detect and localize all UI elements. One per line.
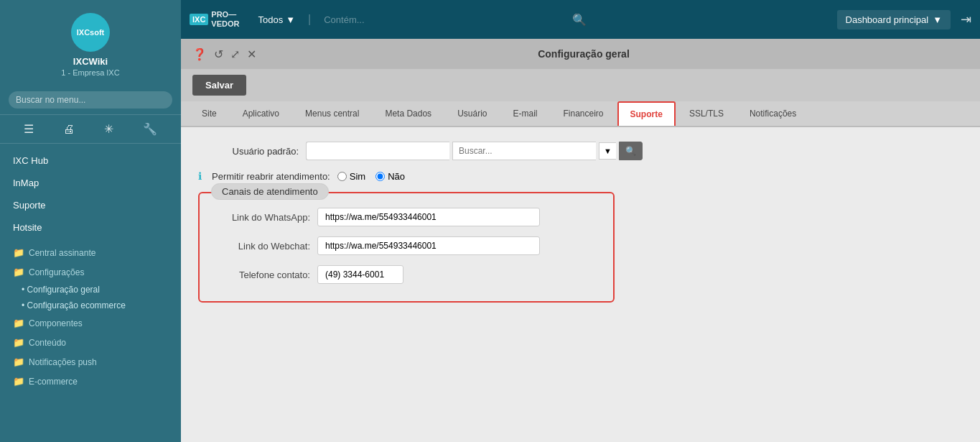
tab-suporte[interactable]: Suporte (617, 101, 676, 127)
sim-text: Sim (350, 171, 365, 182)
radio-group: Sim Não (337, 171, 405, 182)
radio-nao[interactable] (375, 172, 385, 181)
whatsapp-input[interactable] (317, 208, 540, 226)
tab-ssl-tls[interactable]: SSL/TLS (677, 101, 736, 127)
sidebar-section-configuracoes-label: Configurações (29, 267, 84, 277)
sidebar-item-suporte[interactable]: Suporte (0, 194, 181, 216)
whatsapp-row: Link do WhatsApp: (217, 208, 596, 226)
toolbar: Salvar (181, 69, 980, 101)
sidebar-menu-icon[interactable]: ☰ (18, 119, 39, 139)
logo-text: IXCsoft (77, 28, 105, 37)
sidebar-subitem-configuracao-ecommerce[interactable]: Configuração ecommerce (0, 298, 181, 313)
sidebar-section-notificacoes[interactable]: 📁 Notificações push (0, 352, 181, 372)
chevron-down-icon-2: ▼ (933, 14, 942, 25)
sidebar-section-central-label: Central assinante (29, 248, 95, 258)
radio-sim-label[interactable]: Sim (337, 171, 365, 182)
subheader-title: Configuração geral (256, 48, 911, 60)
sidebar-settings-icon[interactable]: 🔧 (137, 119, 163, 139)
chevron-down-icon: ▼ (286, 14, 295, 25)
combo-arrow-icon[interactable]: ▼ (599, 142, 616, 160)
sidebar: IXCsoft IXCWiki 1 - Empresa IXC ☰ 🖨 ✳ 🔧 … (0, 0, 181, 442)
sidebar-item-ixchub[interactable]: IXC Hub (0, 149, 181, 172)
main-area: IXC PRO—VEDOR Todos ▼ | 🔍 Dashboard prin… (181, 0, 980, 442)
tab-financeiro[interactable]: Financeiro (551, 101, 616, 127)
tab-email[interactable]: E-mail (500, 101, 549, 127)
usuario-padrao-row: Usuário padrão: ▼ 🔍 (198, 142, 963, 160)
canais-title: Canais de atendimento (211, 183, 329, 200)
sidebar-search-input[interactable] (9, 91, 172, 109)
permitir-reabrir-row: ℹ Permitir reabrir atendimento: Sim Não (198, 170, 963, 182)
radio-sim[interactable] (337, 172, 347, 181)
sidebar-subitem-configuracao-geral[interactable]: Configuração geral (0, 282, 181, 298)
topbar-dashboard-label: Dashboard principal (846, 14, 929, 25)
tab-usuario[interactable]: Usuário (445, 101, 499, 127)
expand-icon[interactable]: ⤢ (230, 47, 240, 61)
sidebar-section-central[interactable]: 📁 Central assinante (0, 243, 181, 262)
history-icon[interactable]: ↺ (214, 47, 223, 61)
canais-box: Canais de atendimento Link do WhatsApp: … (198, 192, 615, 303)
tab-meta-dados[interactable]: Meta Dados (373, 101, 444, 127)
sidebar-section-componentes[interactable]: 📁 Componentes (0, 313, 181, 333)
topbar: IXC PRO—VEDOR Todos ▼ | 🔍 Dashboard prin… (181, 0, 980, 39)
sidebar-section-conteudo[interactable]: 📁 Conteúdo (0, 333, 181, 352)
tab-notificacoes[interactable]: Notificações (737, 101, 808, 127)
nao-text: Não (388, 171, 405, 182)
telefone-input[interactable] (317, 265, 403, 284)
telefone-label: Telefone contato: (217, 270, 310, 280)
tab-aplicativo[interactable]: Aplicativo (230, 101, 291, 127)
folder-icon-3: 📁 (13, 318, 24, 328)
topbar-divider: | (308, 13, 311, 26)
sidebar-section-conteudo-label: Conteúdo (29, 338, 66, 348)
content-area: ❓ ↺ ⤢ ✕ Configuração geral Salvar Site A… (181, 39, 980, 442)
usuario-padrao-input[interactable] (306, 142, 449, 160)
telefone-row: Telefone contato: (217, 265, 596, 284)
help-icon[interactable]: ❓ (192, 47, 207, 61)
form-area: Usuário padrão: ▼ 🔍 ℹ Permitir reabrir a… (181, 127, 980, 442)
sidebar-section-notificacoes-label: Notificações push (29, 357, 97, 367)
tabs-bar: Site Aplicativo Menus central Meta Dados… (181, 101, 980, 127)
info-icon: ℹ (198, 170, 202, 182)
folder-icon-6: 📁 (13, 376, 24, 387)
usuario-padrao-label: Usuário padrão: (198, 146, 299, 157)
folder-icon-5: 📁 (13, 356, 24, 367)
topbar-dashboard-button[interactable]: Dashboard principal ▼ (837, 10, 951, 29)
ixc-label: IXC (190, 14, 208, 25)
sidebar-item-hotsite[interactable]: Hotsite (0, 216, 181, 239)
sidebar-print-icon[interactable]: 🖨 (57, 119, 80, 139)
combo-search-button[interactable]: 🔍 (619, 142, 643, 160)
close-icon[interactable]: ✕ (247, 47, 256, 61)
save-button[interactable]: Salvar (192, 75, 246, 96)
topbar-search-input[interactable] (318, 11, 565, 28)
sidebar-nav: IXC Hub InMap Suporte Hotsite 📁 Central … (0, 144, 181, 397)
tab-menus-central[interactable]: Menus central (293, 101, 371, 127)
subheader: ❓ ↺ ⤢ ✕ Configuração geral (181, 39, 980, 69)
sidebar-username: IXCWiki (73, 56, 108, 67)
permitir-reabrir-label: Permitir reabrir atendimento: (212, 171, 330, 182)
search-icon[interactable]: 🔍 (572, 13, 587, 27)
sidebar-section-configuracoes[interactable]: 📁 Configurações (0, 262, 181, 282)
topbar-filter-label: Todos (258, 14, 283, 25)
usuario-padrao-combo: ▼ 🔍 (306, 142, 643, 160)
folder-icon-2: 📁 (13, 267, 24, 277)
buscar-input[interactable] (452, 142, 596, 160)
sidebar-company: 1 - Empresa IXC (61, 68, 119, 77)
sidebar-search-container (0, 86, 181, 114)
radio-nao-label[interactable]: Não (375, 171, 405, 182)
folder-icon-4: 📁 (13, 337, 24, 348)
sidebar-share-icon[interactable]: ✳ (98, 119, 119, 139)
topbar-filter-select[interactable]: Todos ▼ (252, 11, 301, 28)
sidebar-item-inmap[interactable]: InMap (0, 172, 181, 194)
tab-site[interactable]: Site (190, 101, 229, 127)
sidebar-logo: IXCsoft IXCWiki 1 - Empresa IXC (0, 0, 181, 86)
sidebar-section-ecommerce-label: E-commerce (29, 377, 78, 387)
pro-label: PRO—VEDOR (211, 10, 239, 29)
sidebar-section-componentes-label: Componentes (29, 318, 83, 328)
webchat-label: Link do Webchat: (217, 241, 310, 252)
sidebar-section-ecommerce[interactable]: 📁 E-commerce (0, 372, 181, 391)
whatsapp-label: Link do WhatsApp: (217, 212, 310, 223)
sidebar-icon-bar: ☰ 🖨 ✳ 🔧 (0, 114, 181, 144)
webchat-input[interactable] (317, 236, 540, 255)
webchat-row: Link do Webchat: (217, 236, 596, 255)
topbar-logo: IXC PRO—VEDOR (190, 10, 239, 29)
topbar-exit-icon[interactable]: ⇥ (961, 11, 971, 27)
